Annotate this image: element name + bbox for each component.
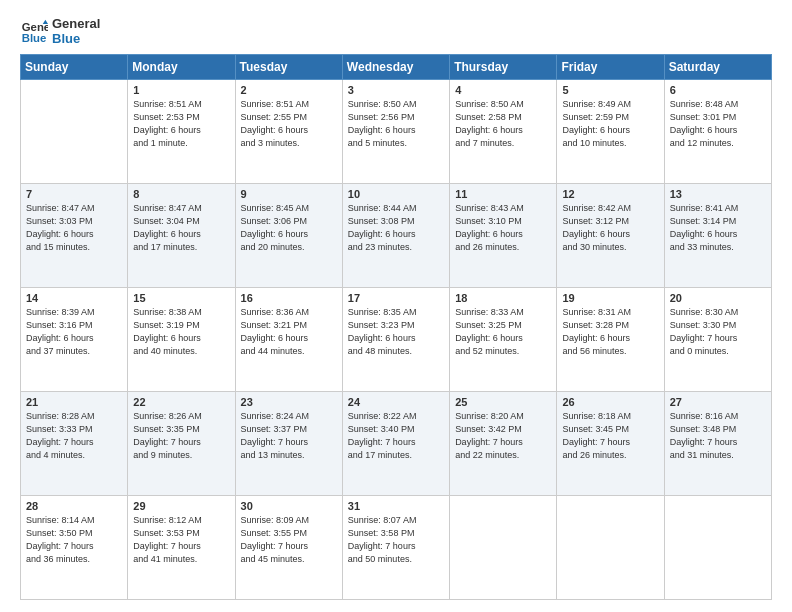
day-info: Sunrise: 8:20 AMSunset: 3:42 PMDaylight:… — [455, 410, 551, 462]
day-info: Sunrise: 8:35 AMSunset: 3:23 PMDaylight:… — [348, 306, 444, 358]
day-info: Sunrise: 8:39 AMSunset: 3:16 PMDaylight:… — [26, 306, 122, 358]
day-info: Sunrise: 8:36 AMSunset: 3:21 PMDaylight:… — [241, 306, 337, 358]
calendar-cell: 20Sunrise: 8:30 AMSunset: 3:30 PMDayligh… — [664, 288, 771, 392]
calendar-cell: 23Sunrise: 8:24 AMSunset: 3:37 PMDayligh… — [235, 392, 342, 496]
calendar-table: SundayMondayTuesdayWednesdayThursdayFrid… — [20, 54, 772, 600]
day-number: 20 — [670, 292, 766, 304]
calendar-week-row: 1Sunrise: 8:51 AMSunset: 2:53 PMDaylight… — [21, 80, 772, 184]
day-info: Sunrise: 8:26 AMSunset: 3:35 PMDaylight:… — [133, 410, 229, 462]
day-number: 13 — [670, 188, 766, 200]
day-number: 6 — [670, 84, 766, 96]
calendar-cell — [21, 80, 128, 184]
day-number: 4 — [455, 84, 551, 96]
day-info: Sunrise: 8:51 AMSunset: 2:55 PMDaylight:… — [241, 98, 337, 150]
day-info: Sunrise: 8:50 AMSunset: 2:56 PMDaylight:… — [348, 98, 444, 150]
day-info: Sunrise: 8:33 AMSunset: 3:25 PMDaylight:… — [455, 306, 551, 358]
logo-text: General Blue — [52, 16, 100, 46]
day-info: Sunrise: 8:16 AMSunset: 3:48 PMDaylight:… — [670, 410, 766, 462]
day-info: Sunrise: 8:38 AMSunset: 3:19 PMDaylight:… — [133, 306, 229, 358]
day-info: Sunrise: 8:44 AMSunset: 3:08 PMDaylight:… — [348, 202, 444, 254]
calendar-week-row: 21Sunrise: 8:28 AMSunset: 3:33 PMDayligh… — [21, 392, 772, 496]
calendar-cell: 30Sunrise: 8:09 AMSunset: 3:55 PMDayligh… — [235, 496, 342, 600]
calendar-body: 1Sunrise: 8:51 AMSunset: 2:53 PMDaylight… — [21, 80, 772, 600]
calendar-cell: 17Sunrise: 8:35 AMSunset: 3:23 PMDayligh… — [342, 288, 449, 392]
day-number: 24 — [348, 396, 444, 408]
day-number: 15 — [133, 292, 229, 304]
calendar-cell: 13Sunrise: 8:41 AMSunset: 3:14 PMDayligh… — [664, 184, 771, 288]
day-number: 25 — [455, 396, 551, 408]
day-number: 12 — [562, 188, 658, 200]
day-number: 19 — [562, 292, 658, 304]
calendar-cell: 7Sunrise: 8:47 AMSunset: 3:03 PMDaylight… — [21, 184, 128, 288]
day-number: 7 — [26, 188, 122, 200]
calendar-cell: 21Sunrise: 8:28 AMSunset: 3:33 PMDayligh… — [21, 392, 128, 496]
day-info: Sunrise: 8:07 AMSunset: 3:58 PMDaylight:… — [348, 514, 444, 566]
day-number: 16 — [241, 292, 337, 304]
weekday-header-sunday: Sunday — [21, 55, 128, 80]
weekday-header-tuesday: Tuesday — [235, 55, 342, 80]
day-info: Sunrise: 8:31 AMSunset: 3:28 PMDaylight:… — [562, 306, 658, 358]
day-number: 10 — [348, 188, 444, 200]
calendar-cell: 6Sunrise: 8:48 AMSunset: 3:01 PMDaylight… — [664, 80, 771, 184]
calendar-cell: 10Sunrise: 8:44 AMSunset: 3:08 PMDayligh… — [342, 184, 449, 288]
day-number: 1 — [133, 84, 229, 96]
day-number: 9 — [241, 188, 337, 200]
day-info: Sunrise: 8:51 AMSunset: 2:53 PMDaylight:… — [133, 98, 229, 150]
day-number: 30 — [241, 500, 337, 512]
day-info: Sunrise: 8:48 AMSunset: 3:01 PMDaylight:… — [670, 98, 766, 150]
calendar-cell: 26Sunrise: 8:18 AMSunset: 3:45 PMDayligh… — [557, 392, 664, 496]
calendar-header: SundayMondayTuesdayWednesdayThursdayFrid… — [21, 55, 772, 80]
calendar-cell: 8Sunrise: 8:47 AMSunset: 3:04 PMDaylight… — [128, 184, 235, 288]
calendar-cell: 9Sunrise: 8:45 AMSunset: 3:06 PMDaylight… — [235, 184, 342, 288]
day-info: Sunrise: 8:12 AMSunset: 3:53 PMDaylight:… — [133, 514, 229, 566]
day-number: 29 — [133, 500, 229, 512]
day-number: 2 — [241, 84, 337, 96]
calendar-cell: 1Sunrise: 8:51 AMSunset: 2:53 PMDaylight… — [128, 80, 235, 184]
day-number: 27 — [670, 396, 766, 408]
day-info: Sunrise: 8:49 AMSunset: 2:59 PMDaylight:… — [562, 98, 658, 150]
day-info: Sunrise: 8:43 AMSunset: 3:10 PMDaylight:… — [455, 202, 551, 254]
day-number: 17 — [348, 292, 444, 304]
calendar-cell: 4Sunrise: 8:50 AMSunset: 2:58 PMDaylight… — [450, 80, 557, 184]
day-info: Sunrise: 8:30 AMSunset: 3:30 PMDaylight:… — [670, 306, 766, 358]
weekday-header-monday: Monday — [128, 55, 235, 80]
day-info: Sunrise: 8:47 AMSunset: 3:04 PMDaylight:… — [133, 202, 229, 254]
weekday-header-friday: Friday — [557, 55, 664, 80]
calendar-cell: 27Sunrise: 8:16 AMSunset: 3:48 PMDayligh… — [664, 392, 771, 496]
calendar-cell: 14Sunrise: 8:39 AMSunset: 3:16 PMDayligh… — [21, 288, 128, 392]
day-number: 23 — [241, 396, 337, 408]
weekday-header-wednesday: Wednesday — [342, 55, 449, 80]
calendar-cell: 31Sunrise: 8:07 AMSunset: 3:58 PMDayligh… — [342, 496, 449, 600]
day-info: Sunrise: 8:14 AMSunset: 3:50 PMDaylight:… — [26, 514, 122, 566]
day-number: 18 — [455, 292, 551, 304]
day-number: 22 — [133, 396, 229, 408]
weekday-header-saturday: Saturday — [664, 55, 771, 80]
calendar-cell: 5Sunrise: 8:49 AMSunset: 2:59 PMDaylight… — [557, 80, 664, 184]
calendar-cell: 3Sunrise: 8:50 AMSunset: 2:56 PMDaylight… — [342, 80, 449, 184]
calendar-cell — [557, 496, 664, 600]
day-number: 21 — [26, 396, 122, 408]
weekday-header-row: SundayMondayTuesdayWednesdayThursdayFrid… — [21, 55, 772, 80]
day-info: Sunrise: 8:09 AMSunset: 3:55 PMDaylight:… — [241, 514, 337, 566]
day-info: Sunrise: 8:18 AMSunset: 3:45 PMDaylight:… — [562, 410, 658, 462]
day-info: Sunrise: 8:47 AMSunset: 3:03 PMDaylight:… — [26, 202, 122, 254]
calendar-cell: 22Sunrise: 8:26 AMSunset: 3:35 PMDayligh… — [128, 392, 235, 496]
calendar-week-row: 7Sunrise: 8:47 AMSunset: 3:03 PMDaylight… — [21, 184, 772, 288]
logo-icon: General Blue — [20, 17, 48, 45]
day-number: 31 — [348, 500, 444, 512]
day-number: 28 — [26, 500, 122, 512]
calendar-cell: 12Sunrise: 8:42 AMSunset: 3:12 PMDayligh… — [557, 184, 664, 288]
calendar-cell: 16Sunrise: 8:36 AMSunset: 3:21 PMDayligh… — [235, 288, 342, 392]
day-number: 14 — [26, 292, 122, 304]
calendar-cell — [664, 496, 771, 600]
calendar-cell: 11Sunrise: 8:43 AMSunset: 3:10 PMDayligh… — [450, 184, 557, 288]
day-info: Sunrise: 8:41 AMSunset: 3:14 PMDaylight:… — [670, 202, 766, 254]
day-info: Sunrise: 8:22 AMSunset: 3:40 PMDaylight:… — [348, 410, 444, 462]
calendar-page: General Blue General Blue SundayMondayTu… — [0, 0, 792, 612]
calendar-week-row: 14Sunrise: 8:39 AMSunset: 3:16 PMDayligh… — [21, 288, 772, 392]
calendar-cell: 15Sunrise: 8:38 AMSunset: 3:19 PMDayligh… — [128, 288, 235, 392]
day-info: Sunrise: 8:24 AMSunset: 3:37 PMDaylight:… — [241, 410, 337, 462]
page-header: General Blue General Blue — [20, 16, 772, 46]
svg-text:Blue: Blue — [22, 32, 47, 44]
day-number: 8 — [133, 188, 229, 200]
